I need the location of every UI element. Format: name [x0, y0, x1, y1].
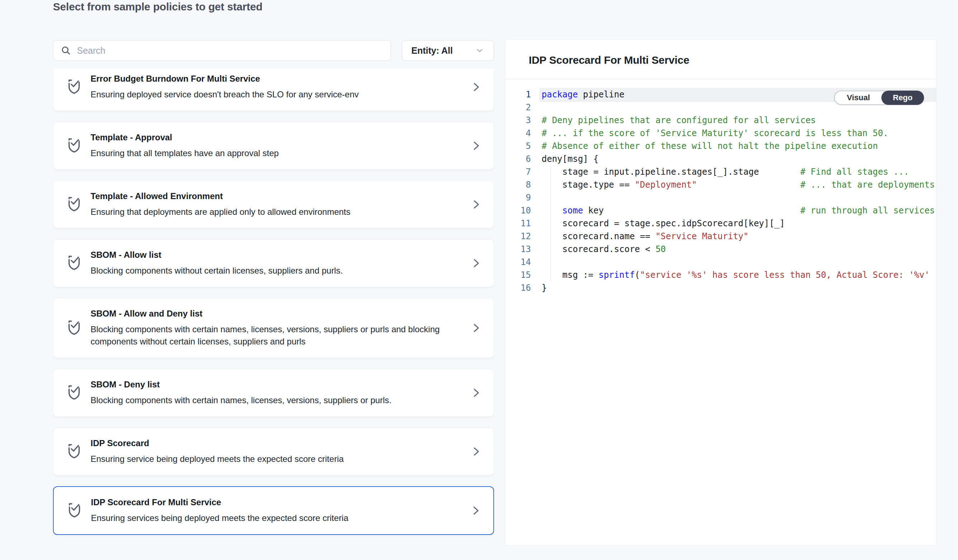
policy-title: IDP Scorecard	[90, 438, 458, 449]
line-number: 15	[505, 268, 532, 281]
code-line[interactable]: 15 msg := sprintf("service '%s' has scor…	[505, 268, 936, 281]
code-text: deny[msg] {	[540, 152, 936, 165]
policy-title: SBOM - Allow list	[90, 249, 458, 260]
policy-card[interactable]: Error Budget Burndown For Multi ServiceE…	[53, 69, 494, 111]
policy-list: Error Budget Burndown For Multi ServiceE…	[53, 69, 494, 545]
line-number: 4	[505, 127, 532, 140]
policy-description: Ensuring that deployments are applied on…	[90, 206, 458, 218]
toggle-rego-button[interactable]: Rego	[881, 90, 924, 105]
policy-detail-panel: IDP Scorecard For Multi Service 1package…	[505, 40, 936, 546]
code-line[interactable]: 9	[505, 191, 936, 204]
shield-check-icon	[65, 442, 83, 461]
code-editor[interactable]: 1package pipeline23# Deny pipelines that…	[505, 79, 936, 545]
policy-title: SBOM - Deny list	[90, 379, 458, 390]
code-text: stage = input.pipeline.stages[_].stage #…	[540, 165, 936, 178]
shield-check-icon	[65, 318, 83, 338]
chevron-right-icon	[471, 387, 482, 399]
policy-card[interactable]: Template - Allowed EnvironmentEnsuring t…	[53, 181, 494, 228]
search-box[interactable]	[53, 40, 391, 61]
chevron-down-icon	[475, 46, 484, 55]
chevron-right-icon	[471, 81, 482, 93]
policy-card[interactable]: SBOM - Allow listBlocking components wit…	[53, 239, 494, 287]
line-number: 8	[505, 178, 532, 191]
shield-check-icon	[65, 77, 83, 97]
code-text: scorecard = stage.spec.idpScorecard[key]…	[540, 217, 936, 230]
search-input[interactable]	[77, 46, 384, 56]
code-line[interactable]: 14	[505, 255, 936, 268]
line-number: 12	[505, 230, 532, 243]
policy-card[interactable]: SBOM - Allow and Deny listBlocking compo…	[53, 298, 494, 358]
policy-title: SBOM - Allow and Deny list	[90, 308, 458, 319]
code-line[interactable]: 3# Deny pipelines that are configured fo…	[505, 114, 936, 127]
entity-filter-dropdown[interactable]: Entity: All	[402, 40, 494, 61]
code-line[interactable]: 8 stage.type == "Deployment" # ... that …	[505, 178, 936, 191]
code-text	[540, 191, 936, 204]
policy-card[interactable]: Template - ApprovalEnsuring that all tem…	[53, 122, 494, 170]
line-number: 10	[505, 204, 532, 217]
shield-check-icon	[65, 254, 83, 273]
policy-description: Blocking components with certain names, …	[90, 394, 458, 406]
code-text: stage.type == "Deployment" # ... that ar…	[540, 178, 936, 191]
entity-filter-label: Entity: All	[411, 46, 453, 56]
policy-description: Ensuring deployed service doesn't breach…	[90, 89, 458, 101]
code-line[interactable]: 6deny[msg] {	[505, 152, 936, 165]
line-number: 16	[505, 281, 532, 294]
policy-card[interactable]: IDP ScorecardEnsuring service being depl…	[53, 428, 494, 476]
toggle-visual-button[interactable]: Visual	[835, 91, 882, 104]
line-number: 14	[505, 255, 532, 268]
line-number: 3	[505, 114, 532, 127]
code-text: msg := sprintf("service '%s' has score l…	[540, 268, 936, 281]
code-text: # Deny pipelines that are configured for…	[540, 114, 936, 127]
chevron-right-icon	[471, 198, 482, 211]
chevron-right-icon	[471, 140, 482, 152]
chevron-right-icon	[470, 504, 481, 517]
policy-card[interactable]: IDP Scorecard For Multi ServiceEnsuring …	[53, 486, 494, 535]
code-line[interactable]: 11 scorecard = stage.spec.idpScorecard[k…	[505, 217, 936, 230]
policy-title: Error Budget Burndown For Multi Service	[90, 73, 458, 84]
policy-description: Ensuring service being deployed meets th…	[90, 453, 458, 465]
line-number: 9	[505, 191, 532, 204]
shield-check-icon	[65, 195, 83, 214]
code-line[interactable]: 12 scorecard.name == "Service Maturity"	[505, 230, 936, 243]
code-line[interactable]: 7 stage = input.pipeline.stages[_].stage…	[505, 165, 936, 178]
policy-title: Template - Allowed Environment	[90, 191, 458, 201]
line-number: 5	[505, 140, 532, 152]
policy-title: IDP Scorecard For Multi Service	[91, 497, 457, 508]
line-number: 11	[505, 217, 532, 230]
indent-guide	[550, 165, 550, 281]
shield-check-icon	[65, 383, 83, 403]
line-number: 1	[505, 88, 532, 101]
code-line[interactable]: 4# ... if the score of 'Service Maturity…	[505, 127, 936, 140]
chevron-right-icon	[471, 446, 482, 458]
view-mode-toggle: Visual Rego	[834, 90, 924, 105]
policy-title: Template - Approval	[90, 132, 458, 143]
code-line[interactable]: 10 some key # run through all services	[505, 204, 936, 217]
line-number: 6	[505, 152, 532, 165]
code-line[interactable]: 16}	[505, 281, 936, 294]
policy-card[interactable]: SBOM - Deny listBlocking components with…	[53, 369, 494, 417]
code-text: # Absence of either of these will not ha…	[540, 140, 936, 152]
detail-title: IDP Scorecard For Multi Service	[529, 54, 936, 66]
line-number: 7	[505, 165, 532, 178]
policy-description: Blocking components with certain names, …	[90, 323, 458, 348]
code-text: scorecard.score < 50	[540, 243, 936, 255]
code-text: }	[540, 281, 936, 294]
code-text: # ... if the score of 'Service Maturity'…	[540, 127, 936, 140]
policy-description: Blocking components without certain lice…	[90, 265, 458, 277]
search-icon	[60, 45, 71, 56]
shield-check-icon	[66, 501, 83, 520]
detail-header: IDP Scorecard For Multi Service	[505, 40, 936, 79]
policy-description: Ensuring services being deployed meets t…	[91, 512, 457, 524]
code-text: scorecard.name == "Service Maturity"	[540, 230, 936, 243]
line-number: 2	[505, 101, 532, 114]
policy-description: Ensuring that all templates have an appr…	[90, 147, 458, 159]
code-line[interactable]: 5# Absence of either of these will not h…	[505, 140, 936, 152]
policy-browser: Entity: All Error Budget Burndown For Mu…	[53, 0, 494, 560]
line-number: 13	[505, 243, 532, 255]
chevron-right-icon	[471, 322, 482, 334]
code-text	[540, 255, 936, 268]
code-line[interactable]: 13 scorecard.score < 50	[505, 243, 936, 255]
shield-check-icon	[65, 136, 83, 155]
code-text: some key # run through all services	[540, 204, 936, 217]
chevron-right-icon	[471, 257, 482, 269]
